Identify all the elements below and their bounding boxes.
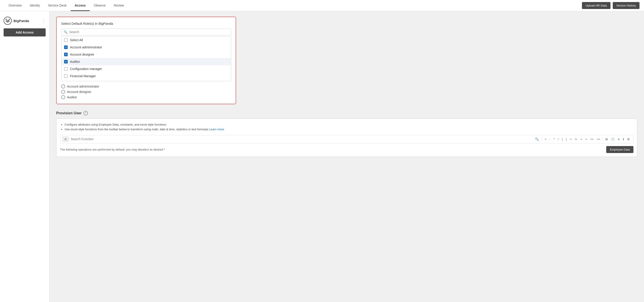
role-label: Auditor — [70, 60, 80, 64]
sidebar-more-button[interactable]: ⋮ — [42, 18, 46, 23]
info-icon[interactable]: ℹ — [622, 137, 625, 142]
role-label: Select All — [70, 38, 83, 42]
toolbar-greater[interactable]: > — [580, 137, 584, 142]
tab-overview[interactable]: Overview — [4, 1, 26, 11]
checkbox-account-admin[interactable] — [64, 46, 68, 49]
search-function-input[interactable] — [70, 137, 534, 141]
selected-role-label: Account designer — [67, 90, 91, 94]
instruction-item: Use excel-style functions from the toolb… — [64, 127, 634, 132]
add-access-button[interactable]: Add Access — [4, 28, 46, 37]
provision-section: Provision User ? Configure attributes us… — [56, 111, 637, 157]
version-history-button[interactable]: Version History — [613, 2, 640, 9]
search-input[interactable] — [69, 30, 229, 34]
role-label: Financial Manager — [70, 74, 96, 78]
list-item[interactable]: Account designer — [62, 51, 231, 58]
sidebar-header: 🐼 BigPanda ⋮ — [0, 15, 49, 28]
top-nav: Overview Identity Service Desk Access Ob… — [0, 0, 644, 11]
instruction-item: Configure attributes using Employee Data… — [64, 122, 634, 127]
brand-name: BigPanda — [14, 19, 29, 23]
sidebar: 🐼 BigPanda ⋮ Add Access — [0, 11, 50, 302]
toolbar-search-icon[interactable]: 🔍 — [535, 137, 539, 141]
tab-access[interactable]: Access — [70, 1, 90, 11]
role-selection-box: Select Default Role(s) in BigPanda 🔍 Sel… — [56, 17, 236, 104]
learn-more-link[interactable]: Learn more — [209, 128, 224, 131]
checkbox-select-all[interactable] — [64, 38, 68, 42]
selected-roles: Account admininstrator Account designer … — [61, 84, 231, 99]
search-icon: 🔍 — [64, 30, 68, 34]
toolbar-multiply[interactable]: * — [552, 137, 556, 142]
selected-role-item: Auditor — [61, 95, 231, 99]
list-item[interactable]: Account admininstrator — [62, 44, 231, 51]
nav-tabs: Overview Identity Service Desk Access Ob… — [4, 1, 128, 11]
layout: 🐼 BigPanda ⋮ Add Access Select Default R… — [0, 11, 644, 302]
list-item[interactable]: Key contact — [62, 80, 231, 81]
remove-role-icon[interactable] — [61, 84, 65, 88]
bottom-text: The following operations are performed b… — [60, 148, 165, 151]
toolbar-plus[interactable]: + — [544, 137, 548, 142]
list-item[interactable]: Configuration manager — [62, 65, 231, 73]
table-icon[interactable]: ⊞ — [604, 137, 609, 142]
toolbar-less-equals[interactable]: <= — [589, 137, 595, 142]
tab-identity[interactable]: Identity — [26, 1, 44, 11]
toolbar-not-equals[interactable]: != — [574, 137, 578, 142]
role-label: Configuration manager — [70, 67, 102, 71]
formula-editor: Configure attributes using Employee Data… — [56, 119, 637, 157]
selected-role-item: Account admininstrator — [61, 84, 231, 88]
remove-role-icon[interactable] — [61, 90, 65, 94]
list-item[interactable]: Financial Manager — [62, 73, 231, 80]
checkbox-financial-manager[interactable] — [64, 74, 68, 78]
fx-badge: fx — [62, 137, 69, 142]
selected-role-item: Account designer — [61, 90, 231, 94]
tab-service-desk[interactable]: Service Desk — [44, 1, 70, 11]
checkbox-auditor[interactable] — [64, 60, 68, 64]
toolbar-less[interactable]: < — [584, 137, 588, 142]
clock-icon[interactable]: 🕐 — [610, 137, 616, 142]
role-label: Account designer — [70, 53, 94, 56]
toolbar-separator — [542, 137, 542, 141]
toolbar-open-paren[interactable]: ( — [560, 137, 564, 142]
toolbar-greater-equals[interactable]: >= — [596, 137, 601, 142]
sidebar-brand: 🐼 BigPanda — [4, 17, 29, 25]
help-icon[interactable]: ? — [84, 111, 88, 115]
employee-data-button[interactable]: Employee Data — [606, 146, 634, 153]
settings-icon[interactable]: ⚙ — [626, 137, 631, 142]
role-label: Account admininstrator — [70, 46, 102, 49]
toolbar-divide[interactable]: / — [557, 137, 560, 142]
formula-instructions: Configure attributes using Employee Data… — [60, 122, 634, 132]
panda-icon: 🐼 — [4, 17, 12, 25]
font-icon[interactable]: A — [616, 137, 621, 142]
selected-role-label: Account admininstrator — [67, 85, 99, 88]
list-item[interactable]: Select All — [62, 37, 231, 44]
bottom-row: The following operations are performed b… — [60, 146, 634, 153]
selected-role-label: Auditor — [67, 95, 77, 99]
search-box: 🔍 — [61, 29, 231, 35]
provision-title: Provision User — [56, 111, 82, 115]
remove-role-icon[interactable] — [61, 95, 65, 99]
role-selection-title: Select Default Role(s) in BigPanda — [61, 22, 231, 26]
toolbar-close-paren[interactable]: ) — [565, 137, 568, 142]
checkbox-config-manager[interactable] — [64, 67, 68, 71]
tab-observe[interactable]: Observe — [90, 1, 110, 11]
toolbar-minus[interactable]: - — [548, 137, 551, 142]
formula-toolbar: fx 🔍 + - * / ( ) = != > < <= >= — [60, 135, 634, 143]
tab-review[interactable]: Review — [110, 1, 128, 11]
checkbox-account-designer[interactable] — [64, 53, 68, 56]
dropdown-list: Select All Account admininstrator Accoun… — [61, 36, 231, 81]
toolbar-equals[interactable]: = — [569, 137, 573, 142]
upload-hr-button[interactable]: Upload HR Data — [582, 2, 610, 9]
list-item[interactable]: Auditor — [62, 58, 231, 65]
nav-actions: Upload HR Data Version History — [582, 2, 640, 9]
provision-header: Provision User ? — [56, 111, 637, 115]
main-content: Select Default Role(s) in BigPanda 🔍 Sel… — [50, 11, 644, 302]
